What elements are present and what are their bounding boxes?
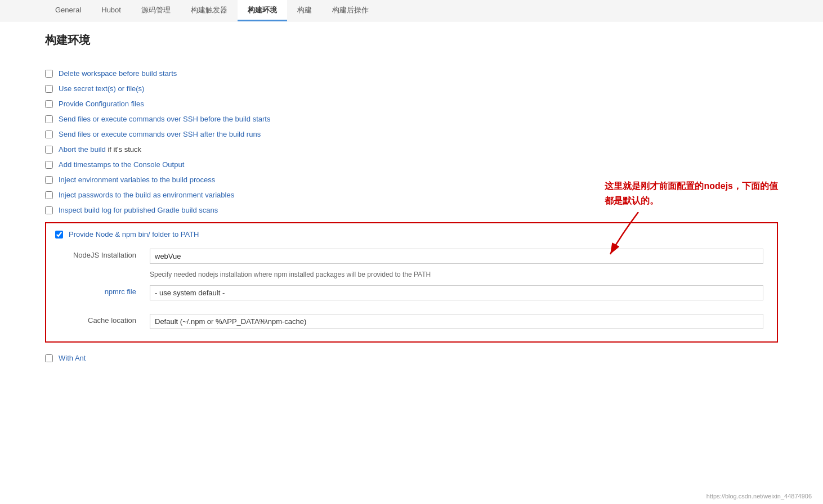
with-ant-checkbox[interactable] (45, 354, 53, 362)
tab-post-build[interactable]: 构建后操作 (322, 0, 379, 21)
cache-location-input[interactable] (150, 314, 763, 329)
opt8-checkbox[interactable] (45, 176, 53, 184)
opt1-label: Delete workspace before build starts (59, 69, 177, 78)
opt6-checkbox[interactable] (45, 146, 53, 154)
opt6-label: Abort the build if it's stuck (59, 145, 141, 154)
opt9-label: Inject passwords to the build as environ… (59, 191, 234, 199)
nodejs-hint: Specify needed nodejs installation where… (145, 267, 768, 282)
npmrc-input[interactable] (150, 285, 763, 300)
list-item: Provide Configuration files (45, 96, 778, 111)
opt3-label: Provide Configuration files (59, 100, 144, 108)
opt2-checkbox[interactable] (45, 85, 53, 93)
list-item: Add timestamps to the Console Output (45, 157, 778, 172)
opt10-label: Inspect build log for published Gradle b… (59, 206, 218, 214)
main-content: 构建环境 Delete workspace before build start… (0, 21, 823, 504)
nodejs-hint-row: Specify needed nodejs installation where… (55, 267, 768, 282)
opt2-label: Use secret text(s) or file(s) (59, 84, 144, 93)
list-item: Abort the build if it's stuck (45, 142, 778, 157)
tab-bar: General Hubot 源码管理 构建触发器 构建环境 构建 构建后操作 (0, 0, 823, 21)
list-item: Send files or execute commands over SSH … (45, 111, 778, 127)
tab-build[interactable]: 构建 (287, 0, 322, 21)
list-item: Use secret text(s) or file(s) (45, 81, 778, 96)
opt7-checkbox[interactable] (45, 161, 53, 169)
tab-hubot[interactable]: Hubot (91, 0, 131, 21)
npmrc-label: npmrc file (55, 282, 145, 304)
list-item: Delete workspace before build starts (45, 66, 778, 81)
npmrc-row: npmrc file (55, 282, 768, 304)
opt7-label: Add timestamps to the Console Output (59, 160, 184, 169)
annotation-arrow-icon (605, 212, 778, 259)
tab-build-env[interactable]: 构建环境 (238, 0, 287, 21)
opt4-checkbox[interactable] (45, 115, 53, 123)
page-title: 构建环境 (45, 33, 778, 52)
opt5-label: Send files or execute commands over SSH … (59, 130, 261, 138)
list-item: Send files or execute commands over SSH … (45, 127, 778, 142)
opt3-checkbox[interactable] (45, 100, 53, 108)
provide-node-checkbox[interactable] (55, 231, 63, 238)
opt9-checkbox[interactable] (45, 191, 53, 199)
annotation: 这里就是刚才前面配置的nodejs，下面的值 都是默认的。 (605, 179, 778, 259)
opt5-checkbox[interactable] (45, 130, 53, 138)
annotation-text-line2: 都是默认的。 (605, 194, 778, 208)
cache-location-label: Cache location (55, 310, 145, 332)
tab-build-trigger[interactable]: 构建触发器 (181, 0, 238, 21)
opt10-checkbox[interactable] (45, 206, 53, 214)
opt8-label: Inject environment variables to the buil… (59, 176, 215, 184)
opt4-label: Send files or execute commands over SSH … (59, 115, 270, 123)
tab-general[interactable]: General (45, 0, 91, 21)
with-ant-label: With Ant (59, 354, 86, 362)
provide-node-label: Provide Node & npm bin/ folder to PATH (69, 230, 199, 238)
cache-location-row: Cache location (55, 310, 768, 332)
nodejs-installation-label: NodeJS Installation (55, 245, 145, 267)
with-ant-row: With Ant (45, 349, 778, 367)
tab-source-mgmt[interactable]: 源码管理 (131, 0, 181, 21)
annotation-text-line1: 这里就是刚才前面配置的nodejs，下面的值 (605, 179, 778, 194)
footer-url: https://blog.csdn.net/weixin_44874906 (706, 493, 812, 500)
opt1-checkbox[interactable] (45, 70, 53, 78)
